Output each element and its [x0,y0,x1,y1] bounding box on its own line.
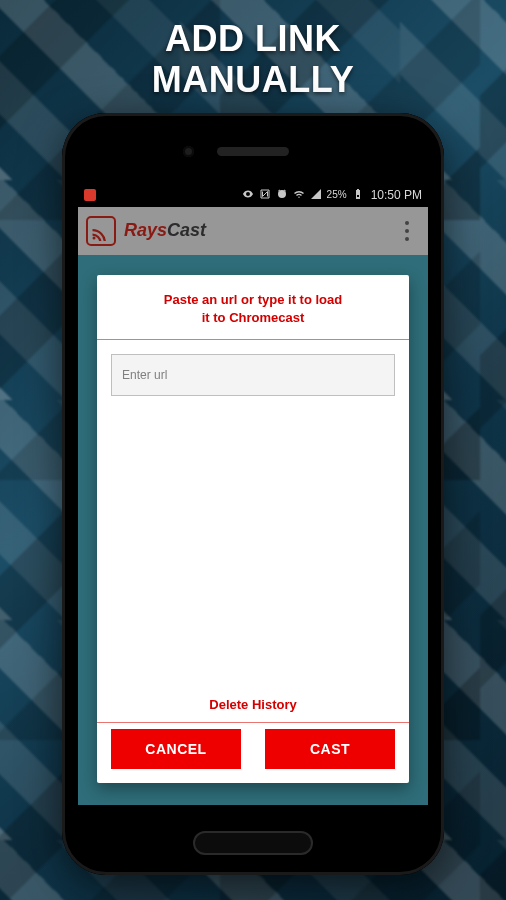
phone-home-button [193,831,313,855]
cancel-button[interactable]: CANCEL [111,729,241,769]
statusbar-left [84,189,96,201]
phone-sensor [183,146,194,157]
promo-title-line2: MANUALLY [0,59,506,100]
dialog-button-row: CANCEL CAST [97,723,409,783]
notification-app-icon [84,189,96,201]
promo-title-line1: ADD LINK [0,18,506,59]
delete-history-link[interactable]: Delete History [97,687,409,722]
android-statusbar: 25% 10:50 PM [78,183,428,207]
statusbar-clock: 10:50 PM [371,188,422,202]
battery-icon [352,188,364,202]
dialog-title-line1: Paste an url or type it to load [117,291,389,309]
dialog-spacer [97,396,409,687]
promo-title: ADD LINK MANUALLY [0,0,506,109]
cast-button[interactable]: CAST [265,729,395,769]
dialog-divider-top [97,339,409,340]
wifi-icon [293,188,305,202]
add-link-dialog: Paste an url or type it to load it to Ch… [97,275,409,783]
phone-screen: 25% 10:50 PM RaysCast Pas [78,183,428,805]
phone-earpiece [217,147,289,156]
dialog-divider-bottom [97,722,409,723]
battery-percent: 25% [327,189,347,200]
url-input-wrap [97,340,409,396]
modal-backdrop: Paste an url or type it to load it to Ch… [78,255,428,805]
eye-icon [242,188,254,202]
dialog-title-line2: it to Chromecast [117,309,389,327]
nfc-icon [259,188,271,202]
alarm-icon [276,188,288,202]
url-input[interactable] [111,354,395,396]
dialog-title: Paste an url or type it to load it to Ch… [97,275,409,339]
dim-overlay [78,207,428,255]
phone-frame: 25% 10:50 PM RaysCast Pas [62,113,444,875]
signal-icon [310,188,322,202]
statusbar-right: 25% 10:50 PM [242,188,422,202]
